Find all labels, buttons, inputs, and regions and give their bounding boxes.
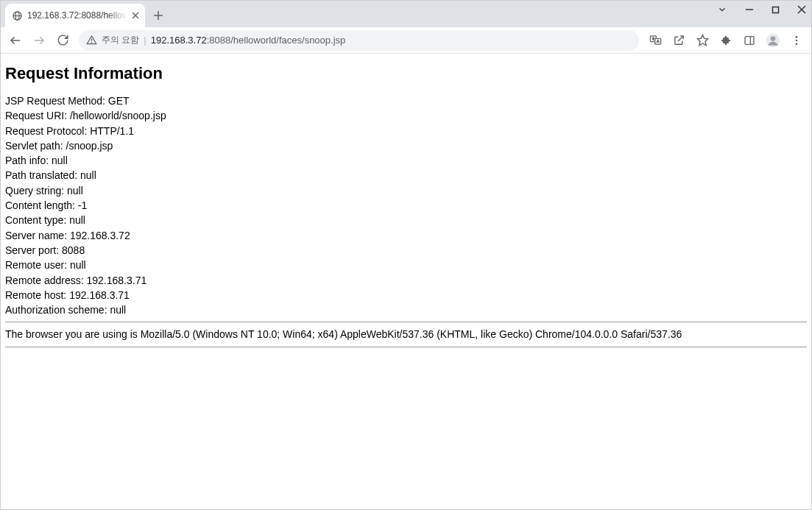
info-line: Remote user: null: [5, 258, 807, 272]
page-content: Request Information JSP Request Method: …: [1, 54, 811, 355]
profile-button[interactable]: [763, 30, 783, 51]
page-title: Request Information: [5, 64, 807, 83]
browser-tab[interactable]: 192.168.3.72:8088/helloworld/fa: [5, 4, 145, 27]
extensions-button[interactable]: [716, 30, 736, 51]
back-button[interactable]: [5, 30, 26, 51]
bookmark-button[interactable]: [692, 30, 713, 51]
info-line: JSP Request Method: GET: [5, 93, 807, 108]
address-bar[interactable]: 주의 요함 | 192.168.3.72:8088/helloworld/fac…: [79, 30, 639, 51]
url-path: /helloworld/faces/snoop.jsp: [230, 35, 345, 46]
share-button[interactable]: [668, 30, 689, 51]
svg-point-23: [796, 39, 798, 41]
info-line: Content type: null: [5, 213, 807, 227]
info-line: Server name: 192.168.3.72: [5, 228, 807, 243]
info-line: Servlet path: /snoop.jsp: [5, 138, 807, 153]
info-line: Server port: 8088: [5, 243, 807, 258]
info-line: Content length: -1: [5, 198, 807, 213]
not-secure-icon: [86, 35, 97, 46]
info-line: Query string: null: [5, 183, 807, 198]
info-line: Remote host: 192.168.3.71: [5, 288, 807, 302]
tab-strip: 192.168.3.72:8088/helloworld/fa: [1, 1, 811, 27]
divider: [5, 322, 807, 322]
info-line: Request URI: /helloworld/snoop.jsp: [5, 108, 807, 123]
new-tab-button[interactable]: [148, 5, 169, 26]
info-line: Path info: null: [5, 153, 807, 168]
reload-button[interactable]: [52, 30, 73, 51]
forward-button[interactable]: [29, 30, 49, 51]
info-line: Path translated: null: [5, 168, 807, 183]
divider: [5, 347, 807, 347]
sidepanel-button[interactable]: [739, 30, 760, 51]
svg-rect-1: [773, 7, 779, 13]
svg-point-24: [796, 43, 798, 45]
security-label: 주의 요함: [102, 34, 139, 46]
url-port: :8088: [207, 35, 231, 46]
omnibox-separator: |: [144, 35, 146, 46]
chevron-down-icon[interactable]: [717, 4, 727, 15]
translate-button[interactable]: [645, 30, 666, 51]
info-line: Authorization scheme: null: [5, 302, 807, 317]
info-line: Request Protocol: HTTP/1.1: [5, 124, 807, 138]
minimize-button[interactable]: [745, 5, 754, 14]
svg-point-22: [796, 36, 798, 38]
close-tab-button[interactable]: [132, 12, 139, 19]
svg-marker-17: [697, 35, 707, 45]
maximize-button[interactable]: [772, 6, 780, 14]
svg-rect-18: [745, 36, 754, 44]
url-text: 192.168.3.72:8088/helloworld/faces/snoop…: [151, 35, 346, 46]
url-host: 192.168.3.72: [151, 35, 207, 46]
globe-icon: [11, 10, 23, 21]
browser-toolbar: 주의 요함 | 192.168.3.72:8088/helloworld/fac…: [1, 27, 811, 54]
tab-title: 192.168.3.72:8088/helloworld/fa: [27, 10, 127, 21]
user-agent-line: The browser you are using is Mozilla/5.0…: [5, 327, 807, 341]
menu-button[interactable]: [786, 30, 807, 51]
svg-point-21: [771, 36, 776, 41]
info-line: Remote address: 192.168.3.71: [5, 273, 807, 288]
svg-point-14: [91, 42, 92, 43]
close-window-button[interactable]: [797, 5, 806, 14]
